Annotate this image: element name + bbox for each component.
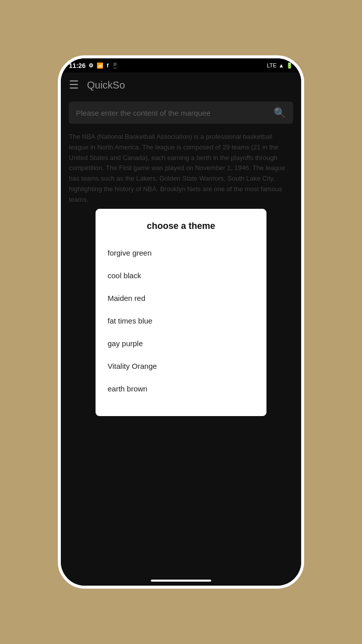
phone-icon: 📱 <box>112 62 119 69</box>
settings-icon: ⚙ <box>88 62 94 69</box>
theme-item-vitality-orange[interactable]: Vitality Orange <box>108 355 254 377</box>
status-bar: 11:26 ⚙ 📶 f 📱 LTE ▲ 🔋 <box>61 58 301 72</box>
phone-frame: 11:26 ⚙ 📶 f 📱 LTE ▲ 🔋 ☰ QuickSo Please e… <box>58 55 304 589</box>
theme-dialog: choose a theme forgive greencool blackMa… <box>96 209 266 416</box>
theme-item-cool-black[interactable]: cool black <box>108 264 254 287</box>
theme-item-gay-purple[interactable]: gay purple <box>108 332 254 355</box>
theme-item-forgive-green[interactable]: forgive green <box>108 242 254 264</box>
time-display: 11:26 <box>69 62 85 69</box>
theme-item-earth-brown[interactable]: earth brown <box>108 377 254 400</box>
app-screen: ☰ QuickSo Please enter the content of th… <box>61 72 301 586</box>
home-indicator <box>151 580 211 582</box>
signal-icon: ▲ <box>279 62 284 68</box>
theme-list: forgive greencool blackMaiden redfat tim… <box>108 242 254 400</box>
battery-icon: 🔋 <box>286 62 293 69</box>
theme-item-maiden-red[interactable]: Maiden red <box>108 287 254 309</box>
sim-icon: 📶 <box>97 62 104 69</box>
dialog-title: choose a theme <box>108 221 254 231</box>
theme-item-fat-times-blue[interactable]: fat times blue <box>108 309 254 332</box>
lte-indicator: LTE <box>267 62 277 68</box>
status-time: 11:26 ⚙ 📶 f 📱 <box>69 62 119 69</box>
status-right-icons: LTE ▲ 🔋 <box>267 62 293 69</box>
facebook-icon: f <box>107 62 109 68</box>
